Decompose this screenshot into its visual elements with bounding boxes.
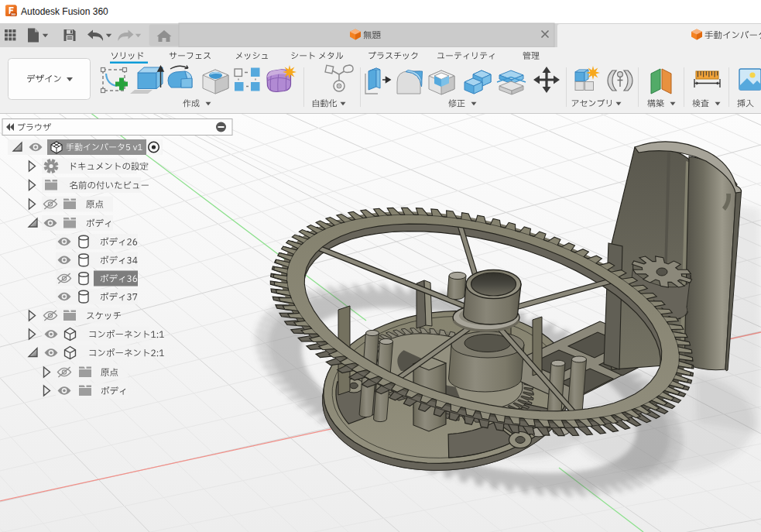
svg-text:360: 360 — [11, 13, 15, 16]
svg-text:Autodesk Fusion 360: Autodesk Fusion 360 — [21, 6, 108, 17]
